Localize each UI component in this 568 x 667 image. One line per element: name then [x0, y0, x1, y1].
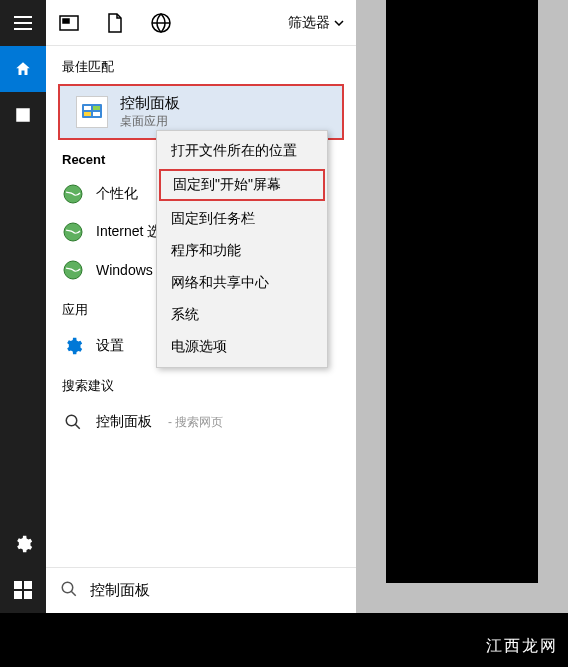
context-menu: 打开文件所在的位置 固定到"开始"屏幕 固定到任务栏 程序和功能 网络和共享中心…	[156, 130, 328, 368]
desktop-inner	[386, 0, 538, 583]
sidebar-home[interactable]	[0, 46, 46, 92]
results-toolbar: 筛选器	[46, 0, 356, 46]
toolbar-document-icon[interactable]	[92, 0, 138, 46]
start-sidebar	[0, 0, 46, 613]
recent-label: Internet 选	[96, 223, 161, 241]
svg-rect-16	[93, 106, 100, 110]
filter-dropdown[interactable]: 筛选器	[276, 0, 356, 46]
screen: 筛选器 最佳匹配 控制面板 桌面应用 Recent 个性化 Intern	[0, 0, 568, 667]
svg-point-27	[62, 582, 73, 593]
svg-point-4	[22, 114, 25, 117]
globe-icon	[62, 183, 84, 205]
globe-icon	[62, 221, 84, 243]
svg-line-28	[71, 591, 76, 596]
svg-rect-2	[14, 28, 32, 30]
section-suggestions: 搜索建议	[46, 365, 356, 403]
search-icon	[62, 411, 84, 433]
filter-label: 筛选器	[288, 14, 330, 32]
ctx-programs-features[interactable]: 程序和功能	[157, 235, 327, 267]
best-match-title: 控制面板	[120, 94, 180, 113]
globe-icon	[62, 259, 84, 281]
ctx-pin-taskbar[interactable]: 固定到任务栏	[157, 203, 327, 235]
sidebar-settings[interactable]	[0, 521, 46, 567]
search-bar	[46, 567, 356, 613]
svg-rect-1	[14, 22, 32, 24]
ctx-system[interactable]: 系统	[157, 299, 327, 331]
desktop-background	[356, 0, 568, 613]
hamburger-button[interactable]	[0, 0, 46, 46]
section-best-match: 最佳匹配	[46, 46, 356, 84]
watermark-text: 江西龙网	[486, 636, 558, 657]
gear-icon	[62, 335, 84, 357]
svg-rect-7	[14, 581, 22, 589]
recent-label: 个性化	[96, 185, 138, 203]
svg-rect-8	[24, 581, 32, 589]
svg-line-26	[75, 424, 80, 429]
svg-rect-12	[63, 19, 69, 23]
suggestion-item[interactable]: 控制面板 - 搜索网页	[46, 403, 356, 441]
svg-rect-17	[84, 112, 91, 116]
svg-rect-0	[14, 16, 32, 18]
best-match-subtitle: 桌面应用	[120, 113, 180, 130]
app-label: 设置	[96, 337, 124, 355]
search-icon	[60, 580, 78, 601]
svg-rect-18	[93, 112, 100, 116]
suggestion-label: 控制面板	[96, 413, 152, 431]
ctx-network-center[interactable]: 网络和共享中心	[157, 267, 327, 299]
start-button[interactable]	[0, 567, 46, 613]
chevron-down-icon	[334, 20, 344, 26]
svg-point-25	[66, 415, 77, 426]
search-input[interactable]	[90, 582, 342, 599]
svg-rect-9	[14, 591, 22, 599]
suggestion-sub: - 搜索网页	[168, 414, 223, 431]
toolbar-web-icon[interactable]	[138, 0, 184, 46]
ctx-open-location[interactable]: 打开文件所在的位置	[157, 135, 327, 167]
sidebar-apps[interactable]	[0, 92, 46, 138]
svg-rect-15	[84, 106, 91, 110]
ctx-pin-start[interactable]: 固定到"开始"屏幕	[159, 169, 325, 201]
control-panel-icon	[76, 96, 108, 128]
ctx-power-options[interactable]: 电源选项	[157, 331, 327, 363]
recent-label: Windows	[96, 262, 153, 278]
svg-rect-10	[24, 591, 32, 599]
toolbar-card-icon[interactable]	[46, 0, 92, 46]
